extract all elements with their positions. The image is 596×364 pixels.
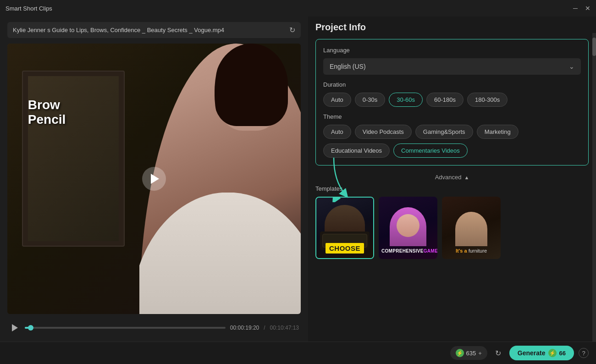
theme-gaming-sports-button[interactable]: Gaming&Sports [415, 125, 473, 139]
duration-30-60s-button[interactable]: 30-60s [389, 93, 423, 107]
project-info-title: Project Info [315, 22, 589, 33]
template-comprehensive-overlay: COMPREHENSIVEGAME [379, 246, 437, 254]
time-separator: / [264, 325, 265, 331]
theme-auto-button[interactable]: Auto [323, 125, 351, 139]
template-choose-overlay: CHOOSE [316, 243, 373, 254]
language-select[interactable]: English (US) ⌄ [323, 58, 581, 75]
play-control-button[interactable] [9, 322, 20, 333]
advanced-toggle[interactable]: Advanced ▲ [315, 171, 589, 185]
help-icon-symbol: ? [582, 350, 585, 357]
play-icon [151, 174, 159, 184]
time-current: 00:00:19:20 [230, 325, 259, 331]
title-bar: Smart Short Clips ─ ✕ [0, 0, 596, 17]
progress-bar[interactable] [25, 327, 226, 329]
choose-badge-text: CHOOSE [326, 243, 364, 254]
file-bar: Kylie Jenner s Guide to Lips, Brows, Con… [7, 22, 301, 38]
generate-count: 66 [559, 350, 566, 357]
template-furniture-overlay: It's a furniture [442, 246, 501, 254]
theme-options-row1: Auto Video Podcasts Gaming&Sports Market… [323, 125, 581, 139]
bottom-bar: ⚡ 635 + ↻ Generate ⚡ 66 ? [0, 342, 596, 364]
duration-auto-button[interactable]: Auto [323, 93, 351, 107]
refresh-templates-icon[interactable]: ↻ [492, 349, 505, 358]
credits-plus: + [478, 350, 482, 357]
main-content: Kylie Jenner s Guide to Lips, Brows, Con… [0, 17, 596, 342]
duration-label: Duration [323, 81, 581, 88]
duration-options: Auto 0-30s 30-60s 60-180s 180-300s [323, 93, 581, 107]
language-label: Language [323, 47, 581, 54]
close-button[interactable]: ✕ [585, 5, 590, 12]
window-controls: ─ ✕ [573, 5, 590, 12]
generate-credits-icon: ⚡ [548, 349, 557, 357]
right-panel: Project Info Language English (US) ⌄ Dur… [308, 17, 596, 342]
file-name: Kylie Jenner s Guide to Lips, Brows, Con… [13, 27, 285, 33]
credits-button[interactable]: ⚡ 635 + [450, 346, 487, 360]
project-info-box: Language English (US) ⌄ Duration Auto 0-… [315, 39, 589, 165]
help-button[interactable]: ? [579, 348, 589, 358]
theme-educational-button[interactable]: Educational Videos [323, 143, 390, 158]
generate-label: Generate [518, 349, 546, 357]
chevron-down-icon: ⌄ [569, 63, 574, 70]
theme-video-podcasts-button[interactable]: Video Podcasts [355, 125, 412, 139]
duration-60-180s-button[interactable]: 60-180s [426, 93, 464, 107]
advanced-label: Advanced [435, 174, 462, 181]
template-comprehensive[interactable]: COMPREHENSIVEGAME [379, 197, 437, 259]
play-control-icon [12, 324, 18, 331]
template-choose-arrow [321, 197, 348, 202]
template-choose[interactable]: CHOOSE [315, 197, 374, 259]
language-value: English (US) [330, 63, 366, 70]
duration-180-300s-button[interactable]: 180-300s [467, 93, 508, 107]
credits-count: 635 [466, 350, 476, 357]
scrollbar-thumb[interactable] [592, 38, 596, 56]
scrollbar-track [592, 33, 596, 342]
theme-label: Theme [323, 113, 581, 120]
left-panel: Kylie Jenner s Guide to Lips, Brows, Con… [0, 17, 308, 342]
comprehensive-text: COMPREHENSIVEGAME [381, 248, 437, 254]
refresh-icon[interactable]: ↻ [289, 26, 295, 34]
theme-options-row2: Educational Videos Commentaries Videos [323, 143, 581, 158]
play-button[interactable] [142, 167, 166, 191]
video-player: Brow Pencil [7, 44, 301, 314]
duration-0-30s-button[interactable]: 0-30s [355, 93, 386, 107]
progress-dot [28, 325, 33, 331]
credits-icon-symbol: ⚡ [457, 350, 463, 356]
template-furniture[interactable]: It's a furniture [442, 197, 501, 259]
credits-icon: ⚡ [456, 349, 464, 357]
generate-button[interactable]: Generate ⚡ 66 [509, 346, 574, 360]
chevron-up-icon: ▲ [464, 175, 469, 180]
app-title: Smart Short Clips [6, 5, 52, 12]
theme-commentaries-button[interactable]: Commentaries Videos [393, 143, 468, 158]
theme-marketing-button[interactable]: Marketing [477, 125, 519, 139]
video-background: Brow Pencil [7, 44, 301, 314]
video-controls: 00:00:19:20 / 00:10:47:13 [7, 320, 301, 336]
templates-row: CHOOSE [315, 197, 589, 259]
video-overlay-text: Brow Pencil [28, 98, 66, 127]
minimize-button[interactable]: ─ [573, 5, 578, 12]
generate-icon-symbol: ⚡ [549, 350, 556, 356]
time-total: 00:10:47:13 [270, 325, 299, 331]
furniture-text: It's a furniture [456, 248, 487, 254]
templates-label: Templates [315, 185, 589, 192]
